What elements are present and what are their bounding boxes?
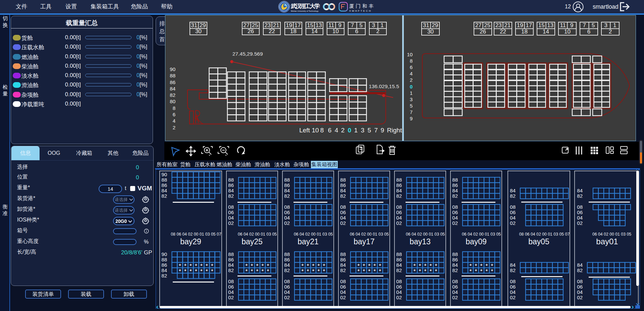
svg-text:02: 02: [284, 295, 290, 300]
svg-text:06: 06: [510, 284, 516, 290]
svg-text:84: 84: [284, 188, 290, 193]
svg-text:04: 04: [340, 289, 346, 295]
svg-text:7: 7: [583, 22, 586, 28]
svg-text:14: 14: [543, 28, 549, 35]
svg-text:23: 23: [264, 22, 271, 28]
svg-text:88: 88: [161, 257, 167, 262]
svg-text:30: 30: [427, 28, 434, 35]
svg-text:*: *: [206, 268, 208, 275]
svg-text:6: 6: [587, 28, 590, 35]
svg-text:9: 9: [338, 22, 341, 28]
svg-text:0: 0: [410, 84, 413, 89]
svg-text:*: *: [363, 268, 365, 275]
svg-text:*: *: [357, 268, 360, 275]
svg-text:08: 08: [510, 204, 516, 210]
svg-text:86: 86: [284, 257, 290, 262]
svg-text:*: *: [435, 268, 437, 275]
svg-text:*: *: [323, 268, 325, 275]
svg-text:04: 04: [510, 289, 516, 295]
svg-text:18: 18: [521, 28, 528, 35]
svg-text:82: 82: [340, 193, 346, 199]
svg-text:22: 22: [500, 28, 506, 35]
svg-text:*: *: [429, 268, 432, 275]
svg-text:82: 82: [161, 273, 167, 278]
svg-text:*: *: [195, 268, 198, 275]
svg-text:84: 84: [161, 188, 167, 193]
svg-text:bay25: bay25: [241, 237, 263, 246]
svg-text:84: 84: [577, 188, 583, 193]
svg-text:88: 88: [284, 251, 290, 257]
svg-text:8: 8: [173, 105, 175, 111]
svg-text:*: *: [312, 268, 315, 275]
svg-text:5: 5: [410, 103, 413, 109]
svg-text:*: *: [491, 268, 493, 275]
svg-text:82: 82: [577, 267, 583, 273]
svg-text:*: *: [317, 268, 320, 275]
svg-text:06: 06: [396, 284, 402, 290]
svg-text:06: 06: [284, 284, 290, 290]
svg-text:*: *: [307, 268, 309, 275]
svg-text:7: 7: [374, 127, 378, 134]
svg-text:02: 02: [228, 220, 234, 226]
svg-text:84: 84: [452, 188, 458, 193]
svg-text:08: 08: [284, 204, 290, 210]
svg-text:27.45,29.569: 27.45,29.569: [232, 51, 263, 57]
svg-text:5: 5: [592, 22, 595, 28]
svg-text:*: *: [251, 268, 253, 275]
svg-text:04: 04: [577, 215, 583, 221]
svg-text:84: 84: [510, 188, 516, 193]
svg-text:06 04 02 00 01 03 05: 06 04 02 00 01 03 05: [592, 232, 631, 237]
svg-text:17: 17: [294, 22, 301, 28]
svg-text:04: 04: [228, 215, 234, 221]
svg-text:06: 06: [340, 209, 346, 215]
svg-text:84: 84: [228, 262, 234, 268]
svg-text:06 04 02 00 01 03 05: 06 04 02 00 01 03 05: [406, 232, 445, 237]
svg-text:02: 02: [577, 295, 583, 300]
svg-text:84: 84: [161, 267, 167, 273]
svg-text:88: 88: [228, 251, 234, 257]
svg-text:15: 15: [538, 22, 545, 28]
svg-text:25: 25: [252, 22, 258, 28]
svg-text:82: 82: [228, 267, 234, 273]
svg-text:1: 1: [410, 90, 413, 96]
svg-text:*: *: [368, 268, 371, 275]
svg-text:04: 04: [396, 289, 402, 295]
svg-text:86: 86: [284, 182, 290, 188]
svg-text:88: 88: [340, 177, 346, 183]
svg-text:82: 82: [452, 267, 458, 273]
svg-text:06: 06: [452, 209, 458, 215]
svg-text:02: 02: [452, 295, 458, 300]
svg-text:13: 13: [547, 22, 553, 28]
svg-text:86: 86: [452, 182, 458, 188]
svg-text:bay29: bay29: [180, 237, 201, 246]
svg-text:84: 84: [340, 262, 346, 268]
svg-text:18: 18: [290, 28, 297, 35]
svg-text:06: 06: [228, 284, 234, 290]
svg-text:06: 06: [396, 209, 402, 215]
svg-text:*: *: [475, 268, 477, 275]
svg-text:06: 06: [577, 284, 583, 290]
svg-text:*: *: [480, 268, 483, 275]
svg-text:10: 10: [564, 28, 571, 35]
svg-text:2: 2: [376, 28, 379, 35]
svg-text:08: 08: [340, 278, 346, 284]
svg-text:*: *: [190, 268, 192, 275]
svg-text:6: 6: [173, 112, 175, 117]
svg-text:04: 04: [284, 215, 290, 221]
svg-text:11: 11: [328, 22, 334, 28]
svg-text:08: 08: [577, 204, 583, 210]
svg-text:29: 29: [200, 22, 206, 28]
svg-text:*: *: [373, 268, 376, 275]
svg-text:2: 2: [341, 127, 345, 134]
svg-text:06: 06: [284, 209, 290, 215]
svg-text:80: 80: [170, 99, 175, 104]
svg-text:*: *: [379, 268, 381, 275]
svg-text:82: 82: [510, 267, 516, 273]
svg-text:04: 04: [452, 215, 458, 221]
svg-text:*: *: [301, 268, 304, 275]
svg-text:82: 82: [284, 267, 290, 273]
svg-text:88: 88: [396, 177, 402, 183]
svg-text:86: 86: [396, 182, 402, 188]
svg-text:82: 82: [396, 193, 402, 199]
svg-text:13: 13: [316, 22, 322, 28]
